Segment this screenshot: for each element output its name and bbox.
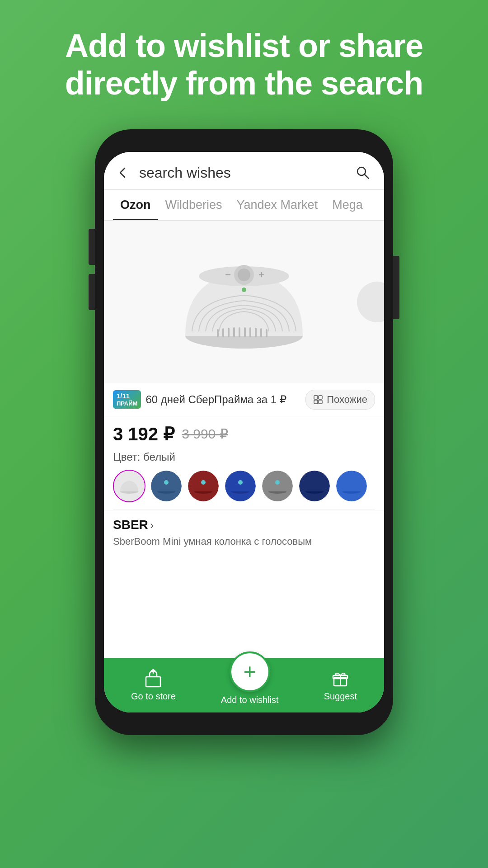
price-old: 3 990 ₽ (182, 426, 228, 442)
swatch-blue2[interactable] (224, 470, 257, 502)
go-to-store-button[interactable]: Go to store (131, 669, 176, 702)
phone-screen: search wishes Ozon Wildberies Yandex Mar… (104, 152, 384, 712)
swatch-blue1[interactable] (150, 470, 183, 502)
seller-arrow-icon: › (150, 519, 154, 531)
similar-button[interactable]: Похожие (305, 390, 375, 410)
search-button[interactable] (353, 163, 373, 183)
search-icon (355, 165, 371, 180)
seller-row[interactable]: SBER › (104, 510, 384, 534)
swatch-gray[interactable] (261, 470, 294, 502)
swatch-blue3[interactable] (335, 470, 368, 502)
suggest-label: Suggest (324, 691, 357, 702)
swatch-blue2-img (229, 477, 252, 495)
product-title: SberBoom Mini умная колонка с голосовым (104, 534, 384, 551)
swatches-row (104, 466, 384, 509)
phone-mockup: search wishes Ozon Wildberies Yandex Mar… (95, 129, 393, 735)
similar-label: Похожие (327, 394, 367, 406)
svg-rect-10 (222, 328, 224, 337)
svg-line-1 (365, 175, 369, 179)
seller-name: SBER (113, 518, 148, 532)
phone-vol-up (89, 229, 95, 265)
svg-rect-12 (233, 327, 235, 337)
svg-rect-11 (228, 328, 230, 337)
price-section: 3 192 ₽ 3 990 ₽ (104, 416, 384, 448)
promo-badge: 1/11 ПРАЙМ (113, 390, 141, 409)
swatch-white[interactable] (113, 470, 145, 502)
svg-rect-13 (239, 327, 240, 337)
svg-rect-15 (249, 327, 251, 337)
svg-point-25 (164, 480, 169, 485)
phone-frame: search wishes Ozon Wildberies Yandex Mar… (95, 129, 393, 735)
svg-rect-34 (146, 677, 160, 687)
add-to-wishlist-label: Add to wishlist (221, 695, 279, 705)
promo-text: 60 дней СберПрайма за 1 ₽ (145, 393, 305, 406)
back-button[interactable] (113, 163, 133, 183)
phone-power-btn (393, 256, 399, 319)
add-plus-icon: + (244, 661, 256, 683)
page-title: Add to wishlist or share directly from t… (0, 0, 488, 120)
bottom-nav: Go to store + Add to wishlist (104, 658, 384, 712)
product-image-container: − + (104, 221, 384, 383)
svg-point-29 (238, 480, 243, 485)
promo-banner: 1/11 ПРАЙМ 60 дней СберПрайма за 1 ₽ Пох… (104, 383, 384, 416)
swatch-darkblue[interactable] (298, 470, 331, 502)
svg-rect-19 (314, 396, 318, 399)
search-bar: search wishes (104, 152, 384, 190)
swatch-white-img (118, 477, 141, 495)
svg-text:+: + (258, 269, 264, 280)
svg-rect-16 (255, 328, 257, 337)
swatch-blue1-img (155, 477, 178, 495)
svg-rect-9 (217, 329, 219, 337)
tab-yandex-market[interactable]: Yandex Market (230, 190, 325, 220)
tab-mega[interactable]: Mega (325, 190, 370, 220)
product-image: − + (176, 239, 312, 365)
svg-rect-17 (260, 328, 262, 337)
back-icon (117, 166, 129, 179)
product-image-side (357, 282, 384, 322)
svg-point-31 (275, 480, 280, 485)
go-to-store-icon (143, 669, 163, 689)
price-current: 3 192 ₽ (113, 424, 174, 444)
svg-rect-20 (319, 396, 322, 399)
svg-point-8 (242, 288, 246, 292)
swatch-blue3-img (340, 477, 363, 495)
swatch-red-img (192, 477, 215, 495)
go-to-store-label: Go to store (131, 691, 176, 702)
svg-rect-21 (314, 400, 318, 404)
tab-ozon[interactable]: Ozon (113, 190, 158, 220)
search-input[interactable]: search wishes (133, 161, 353, 185)
product-area: − + (104, 221, 384, 658)
phone-vol-down (89, 274, 95, 310)
svg-text:−: − (225, 269, 231, 280)
color-label: Цвет: белый (104, 448, 384, 466)
tab-wildberies[interactable]: Wildberies (158, 190, 230, 220)
tabs-row: Ozon Wildberies Yandex Market Mega (104, 190, 384, 221)
svg-rect-18 (266, 329, 267, 337)
add-circle[interactable]: + (230, 651, 270, 692)
svg-point-5 (238, 269, 250, 281)
similar-icon (313, 395, 323, 405)
swatch-gray-img (266, 477, 289, 495)
suggest-icon (330, 669, 350, 689)
add-to-wishlist-button[interactable]: + Add to wishlist (221, 651, 279, 705)
swatch-darkblue-img (303, 477, 326, 495)
suggest-button[interactable]: Suggest (324, 669, 357, 702)
svg-point-27 (201, 480, 206, 485)
svg-rect-14 (244, 327, 246, 337)
svg-rect-22 (319, 400, 322, 404)
swatch-red[interactable] (187, 470, 220, 502)
